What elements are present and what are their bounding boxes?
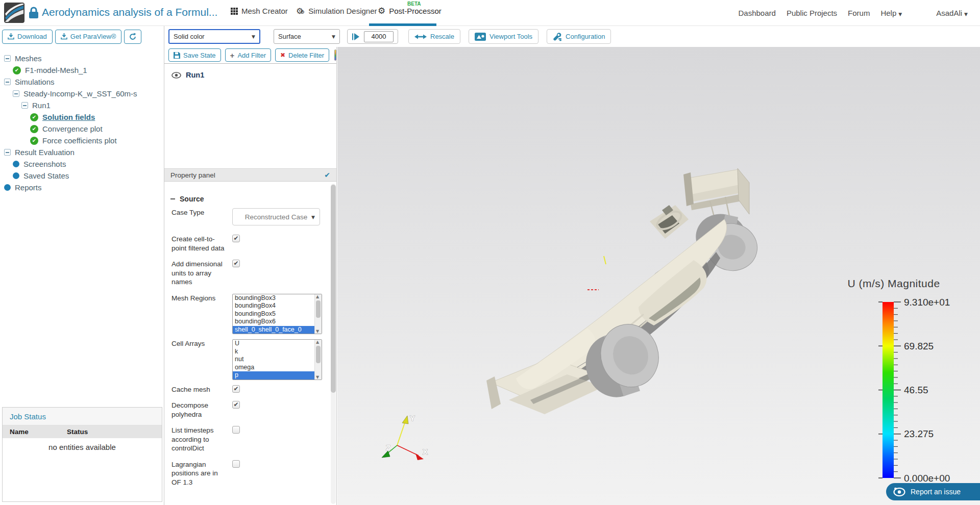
download-icon	[61, 33, 67, 40]
scrollbar-thumb[interactable]	[331, 185, 336, 393]
project-tree: Meshes✔F1-model-Mesh_1SimulationsSteady-…	[0, 47, 164, 193]
list-option[interactable]: k	[233, 348, 314, 356]
download-icon	[8, 33, 14, 40]
tree-item-f1-model-mesh-1[interactable]: ✔F1-model-Mesh_1	[0, 65, 164, 75]
color-mode-select[interactable]: Solid color ▼	[168, 29, 260, 44]
tree-item-meshes[interactable]: Meshes	[0, 53, 164, 64]
collapse-icon[interactable]	[4, 79, 11, 85]
cache-mesh-checkbox[interactable]: ✔	[232, 385, 240, 393]
property-scrollbar[interactable]	[331, 184, 336, 504]
rescale-button[interactable]: Rescale	[408, 29, 460, 44]
nav-dashboard[interactable]: Dashboard	[738, 9, 775, 17]
color-map-chip[interactable]	[334, 49, 336, 61]
collapse-icon[interactable]	[21, 102, 28, 109]
scroll-thumb[interactable]	[316, 300, 321, 318]
list-option[interactable]: boundingBox3	[233, 294, 314, 302]
tab-simulation-designer[interactable]: ⚙⚙ Simulation Designer	[296, 7, 377, 15]
tree-item-run1[interactable]: Run1	[0, 100, 164, 111]
property-panel-header[interactable]: Property panel ✔	[164, 168, 336, 182]
get-paraview-button[interactable]: Get ParaView®	[55, 30, 122, 44]
list-option[interactable]: U	[233, 340, 314, 348]
tree-item-convergence-plot[interactable]: ✔Convergence plot	[0, 123, 164, 134]
collapse-icon[interactable]	[13, 90, 19, 97]
listbox-scrollbar[interactable]: ▲▼	[314, 294, 322, 334]
visibility-eye-icon[interactable]	[172, 72, 181, 79]
lagrangian-positions-are-in-of-1-3-checkbox[interactable]	[232, 460, 240, 468]
mesh-regions-listbox[interactable]: boundingBox3boundingBox4boundingBox5boun…	[232, 294, 322, 335]
check-icon: ✔	[30, 113, 38, 121]
gear-icon: ⚙	[378, 7, 385, 15]
frame-input[interactable]	[364, 31, 394, 42]
tree-item-screenshots[interactable]: Screenshots	[0, 159, 164, 169]
tree-item-label: Solution fields	[42, 113, 95, 121]
refresh-button[interactable]	[124, 30, 141, 44]
collapse-icon[interactable]	[4, 149, 11, 156]
pipeline-toolbar: Save State + Add Filter ✖ Delete Filter	[164, 47, 336, 64]
add-filter-button[interactable]: + Add Filter	[225, 48, 271, 62]
scroll-thumb[interactable]	[316, 346, 321, 363]
scroll-down-icon[interactable]: ▼	[316, 375, 319, 380]
list-option[interactable]: p	[233, 371, 314, 380]
tree-item-simulations[interactable]: Simulations	[0, 77, 164, 87]
f1-car-model[interactable]	[485, 139, 771, 424]
scroll-up-icon[interactable]: ▲	[316, 340, 319, 344]
pipeline-panel: Save State + Add Filter ✖ Delete Filter …	[164, 47, 337, 505]
scroll-down-icon[interactable]: ▼	[316, 329, 319, 334]
tree-item-force-coefficients-plot[interactable]: ✔Force coefficients plot	[0, 135, 164, 146]
orientation-axes-gizmo[interactable]: Y X Z	[361, 410, 433, 481]
report-issue-button[interactable]: Report an issue	[886, 483, 980, 500]
tree-item-reports[interactable]: Reports	[0, 182, 164, 193]
list-option[interactable]: boundingBox4	[233, 302, 314, 310]
download-button[interactable]: Download	[2, 30, 53, 44]
save-state-button[interactable]: Save State	[168, 48, 221, 62]
nav-public-projects[interactable]: Public Projects	[787, 9, 837, 17]
case-type-select[interactable]: Reconstructed Case▼	[232, 208, 320, 225]
prop-label: Mesh Regions	[172, 294, 225, 335]
legend-colorbar[interactable]: 9.310e+0169.82546.5523.2750.000e+00	[878, 298, 960, 484]
axis-z-label: Z	[386, 443, 390, 452]
selected-value: Reconstructed Case	[245, 213, 307, 221]
render-viewport[interactable]: Y X Z U (m/s) Magnitude 9.31	[337, 47, 980, 505]
source-section-header[interactable]: Source	[170, 195, 336, 203]
delete-filter-button[interactable]: ✖ Delete Filter	[275, 48, 329, 62]
listbox-scrollbar[interactable]: ▲▼	[314, 340, 322, 380]
legend-tick-label: 9.310e+01	[904, 298, 950, 308]
tree-item-steady-incomp-k-w-sst-60m-s[interactable]: Steady-Incomp-K_w_SST_60m-s	[0, 88, 164, 99]
pipeline-item-run1[interactable]: Run1	[164, 64, 336, 79]
check-icon: ✔	[324, 171, 330, 179]
scroll-up-icon[interactable]: ▲	[316, 294, 319, 299]
prop-label: Cell Arrays	[172, 339, 225, 380]
play-icon[interactable]	[352, 33, 360, 41]
user-menu[interactable]: AsadAli▼	[936, 9, 968, 17]
tree-item-saved-states[interactable]: Saved States	[0, 170, 164, 181]
list-option[interactable]: boundingBox6	[233, 318, 314, 326]
prop-row-case-type: Case TypeReconstructed Case▼	[164, 208, 336, 225]
configuration-button[interactable]: Configuration	[547, 29, 611, 44]
list-timesteps-according-to-controldict-checkbox[interactable]	[232, 426, 240, 434]
list-option[interactable]: boundingBox5	[233, 310, 314, 318]
add-dimensional-units-to-array-names-checkbox[interactable]: ✔	[232, 260, 240, 267]
tree-item-result-evaluation[interactable]: Result Evaluation	[0, 147, 164, 158]
legend-labels: 9.310e+0169.82546.5523.2750.000e+00	[904, 298, 950, 484]
prop-label: Lagrangian positions are in OF 1.3	[172, 460, 225, 487]
property-panel-body: Source Case TypeReconstructed Case▼Creat…	[164, 182, 336, 505]
nav-forum[interactable]: Forum	[848, 9, 870, 17]
tab-post-processor[interactable]: ⚙ Post-Processor	[378, 7, 442, 15]
gears-icon: ⚙⚙	[296, 7, 305, 15]
tree-item-label: F1-model-Mesh_1	[25, 66, 87, 74]
job-status-columns: Name Status	[3, 425, 162, 438]
tree-item-solution-fields[interactable]: ✔Solution fields	[0, 112, 164, 122]
sidebar-toolbar: Download Get ParaView®	[0, 26, 164, 47]
viewport-tools-button[interactable]: Viewport Tools	[469, 29, 538, 44]
tab-mesh-creator[interactable]: Mesh Creator	[231, 7, 288, 15]
collapse-icon[interactable]	[4, 55, 11, 62]
list-option[interactable]: shell_0_shell_0_face_0	[233, 326, 314, 334]
cell-arrays-listbox[interactable]: Uknutomegap▲▼	[232, 339, 322, 380]
decompose-polyhedra-checkbox[interactable]: ✔	[232, 401, 240, 409]
representation-select[interactable]: Surface ▼	[274, 29, 340, 44]
create-cell-to-point-filtered-data-checkbox[interactable]: ✔	[232, 235, 240, 242]
list-option[interactable]: nut	[233, 356, 314, 364]
list-option[interactable]: omega	[233, 364, 314, 372]
help-menu[interactable]: Help▼	[880, 9, 902, 17]
simscale-logo[interactable]	[4, 3, 24, 23]
